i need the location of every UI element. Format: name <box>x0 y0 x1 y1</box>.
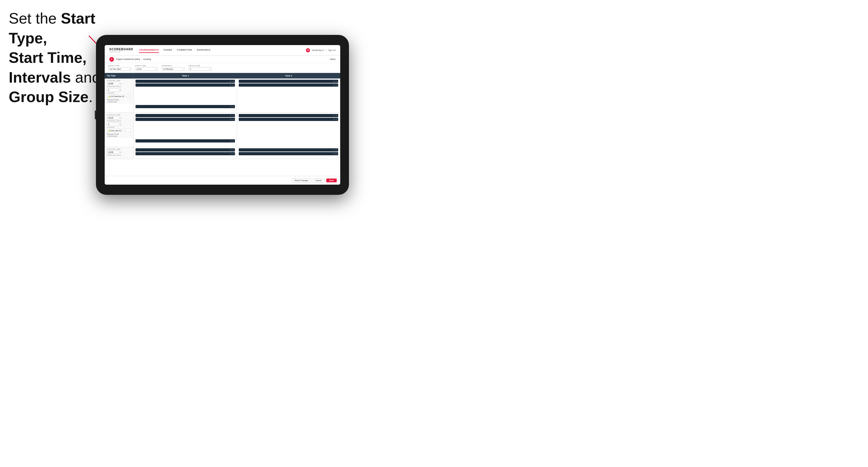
slot-edit-1-1[interactable]: ⊙ <box>232 80 234 82</box>
time-spinner-2[interactable]: ⊙ <box>120 117 122 119</box>
slot-x-3-extra[interactable]: ✕ <box>230 140 231 142</box>
player-slot-6-2: ✕ ⊙ <box>239 152 338 155</box>
nav-tournaments[interactable]: TOURNAMENTS <box>139 48 159 53</box>
remove-group-2[interactable]: Remove Group <box>107 133 131 135</box>
tee-extra-row-2: ✕ ⊙ <box>105 138 340 147</box>
start-type-arrow: ▾ <box>129 68 130 70</box>
slot-x-5-2[interactable]: ✕ <box>230 153 231 155</box>
instruction-bold-2: Start Time, <box>9 49 87 66</box>
course-edit-2[interactable]: ✎ <box>125 129 127 131</box>
intervals-arrow: ▾ <box>183 68 184 70</box>
slot-edit-1-2[interactable]: ⊙ <box>232 84 234 86</box>
slot-edit-6-1[interactable]: ⊙ <box>336 149 337 151</box>
cancel-button[interactable]: Cancel <box>313 178 324 183</box>
tee-row-3: STARTING TIME: ⊙ STARTING HOLE: ✕ ⊙ <box>105 147 340 159</box>
slot-x-3-1[interactable]: ✕ <box>230 115 231 117</box>
action-bar: Reset Changes Cancel Save <box>105 176 340 185</box>
slot-actions-5-2: ✕ ⊙ <box>230 153 234 155</box>
slot-actions-1-extra: ✕ ⊙ <box>230 105 234 107</box>
slot-edit-1-extra[interactable]: ⊙ <box>232 105 234 107</box>
slot-edit-4-1[interactable]: ⊙ <box>336 115 337 117</box>
slot-edit-5-2[interactable]: ⊙ <box>232 153 234 155</box>
sign-out-link[interactable]: Sign out <box>328 49 336 51</box>
player-slot-3-extra: ✕ ⊙ <box>135 139 235 143</box>
slot-edit-3-2[interactable]: ⊙ <box>232 118 234 120</box>
intervals-value: 10 Minutes <box>163 68 173 70</box>
slot-x-2-2[interactable]: ✕ <box>333 84 335 86</box>
team2-cell-3: ✕ ⊙ ✕ ⊙ <box>237 147 340 159</box>
hole-spinner-1[interactable]: ▲▼ <box>120 88 121 92</box>
back-button[interactable]: ‹ Back <box>329 58 336 61</box>
slot-edit-2-2[interactable]: ⊙ <box>336 84 337 86</box>
player-slot-4-2: ✕ ⊙ <box>239 118 338 121</box>
tee-extra-row-1: ✕ ⊙ <box>105 104 340 113</box>
slot-edit-2-1[interactable]: ⊙ <box>336 80 337 82</box>
slot-edit-3-1[interactable]: ⊙ <box>232 115 234 117</box>
slot-x-3-2[interactable]: ✕ <box>230 118 231 120</box>
slot-edit-3-extra[interactable]: ⊙ <box>232 140 234 142</box>
intervals-label: Intervals <box>162 65 185 67</box>
logo: SCOREBOARD Powered by clipp <box>109 48 133 53</box>
course-remove-1[interactable]: ✕ <box>126 95 127 97</box>
starting-hole-input-1[interactable] <box>107 88 119 92</box>
remove-group-1[interactable]: Remove Group <box>107 99 131 101</box>
slot-x-6-1[interactable]: ✕ <box>333 149 335 151</box>
course-edit-1[interactable]: ✎ <box>128 95 130 97</box>
hole-spinner-2[interactable]: ▲▼ <box>120 122 121 126</box>
slot-edit-6-2[interactable]: ⊙ <box>336 153 337 155</box>
nav-committee[interactable]: COMMITTEE <box>177 48 192 53</box>
starting-time-input-2[interactable] <box>107 116 119 120</box>
start-type-select[interactable]: 1st Tee Start ▾ <box>108 67 131 71</box>
tee-group-1: STARTING TIME: ⊙ STARTING HOLE: ▲▼ COURS… <box>105 79 340 113</box>
add-group-1[interactable]: + Add Group <box>107 101 131 103</box>
breadcrumb-tournament[interactable]: Clippd Invitational (Mel) <box>116 58 140 61</box>
starting-hole-value-row-2: ▲▼ <box>107 122 131 126</box>
time-spinner-1[interactable]: ⊙ <box>120 83 122 85</box>
player-slot-5-1: ✕ ⊙ <box>135 148 235 152</box>
slot-x-1-extra[interactable]: ✕ <box>230 105 231 107</box>
slot-x-4-2[interactable]: ✕ <box>333 118 335 120</box>
tee-row-1: STARTING TIME: ⊙ STARTING HOLE: ▲▼ COURS… <box>105 79 340 104</box>
slot-x-5-1[interactable]: ✕ <box>230 149 231 151</box>
start-time-select[interactable]: 10:00 ⊙ <box>135 67 158 71</box>
breadcrumb-separator: › <box>141 58 142 61</box>
group-size-label: Group Size <box>188 65 212 67</box>
team1-cell-1: ✕ ⊙ ✕ ⊙ <box>134 79 237 104</box>
team1-cell-2: ✕ ⊙ ✕ ⊙ <box>134 113 237 138</box>
slot-x-4-1[interactable]: ✕ <box>333 115 335 117</box>
tee-info-2: STARTING TIME: ⊙ STARTING HOLE: ▲▼ COURS… <box>105 113 134 138</box>
th-team2: Team 2 <box>237 73 340 79</box>
tablet-screen: SCOREBOARD Powered by clipp TOURNAMENTS … <box>105 45 340 185</box>
slot-x-1-2[interactable]: ✕ <box>230 84 231 86</box>
save-button[interactable]: Save <box>326 179 337 182</box>
breadcrumb-section: Hosting <box>143 58 151 61</box>
slot-x-2-1[interactable]: ✕ <box>333 80 335 82</box>
course-tag-2: ⛳ East Lake GC ✕ ✎ <box>107 129 131 132</box>
time-spinner-3[interactable]: ⊙ <box>120 151 122 154</box>
course-name-2: East Lake GC <box>111 130 122 131</box>
group-actions-2: Remove Group + Add Group <box>107 133 131 137</box>
slot-x-1-1[interactable]: ✕ <box>230 80 231 82</box>
reset-changes-button[interactable]: Reset Changes <box>292 178 311 183</box>
player-slot-5-2: ✕ ⊙ <box>135 152 235 155</box>
instruction-bold-4: Group Size <box>9 88 88 105</box>
intervals-select[interactable]: 10 Minutes ▾ <box>162 67 185 71</box>
course-name-1: (A) Peachtree GC <box>111 95 125 97</box>
slot-edit-4-2[interactable]: ⊙ <box>336 118 337 120</box>
nav-rankings[interactable]: RANKINGS <box>197 48 211 53</box>
slot-x-6-2[interactable]: ✕ <box>333 153 335 155</box>
slot-actions-5-1: ✕ ⊙ <box>230 149 234 151</box>
start-time-value: 10:00 <box>136 68 142 70</box>
navbar: SCOREBOARD Powered by clipp TOURNAMENTS … <box>105 45 340 56</box>
starting-hole-input-2[interactable] <box>107 123 119 126</box>
starting-time-input-1[interactable] <box>107 82 119 85</box>
starting-time-input-3[interactable] <box>107 151 119 154</box>
group-size-select[interactable]: 3 ▾ <box>188 67 212 71</box>
slot-edit-5-1[interactable]: ⊙ <box>232 149 234 151</box>
slot-actions-1-2: ✕ ⊙ <box>230 84 234 86</box>
course-remove-2[interactable]: ✕ <box>123 129 124 131</box>
nav-teams[interactable]: TEAMS <box>163 48 173 53</box>
add-group-2[interactable]: + Add Group <box>107 135 131 137</box>
starting-time-label-3: STARTING TIME: <box>107 148 131 150</box>
start-time-label: Start Time <box>135 65 158 67</box>
